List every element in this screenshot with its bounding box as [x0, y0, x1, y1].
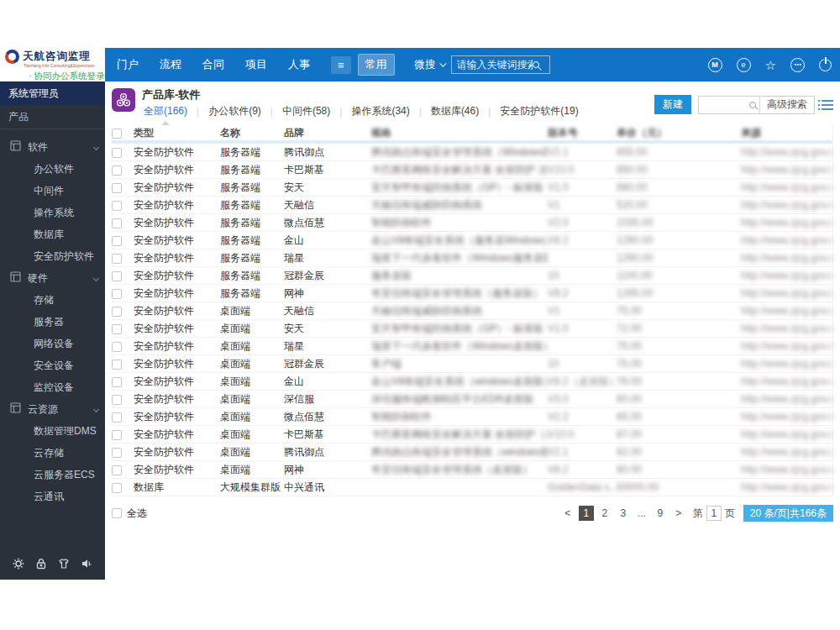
- sound-speaker-icon[interactable]: [80, 557, 93, 570]
- nav-item-流程[interactable]: 流程: [160, 57, 181, 72]
- table-row[interactable]: 安全防护软件服务器端天融信天融信终端威胁防御系统V1520.00http://w…: [112, 197, 832, 214]
- header-checkbox[interactable]: [112, 129, 122, 139]
- table-row[interactable]: 安全防护软件桌面端腾讯御点腾讯御点终端安全管理系统（windows版）V2.1V…: [112, 444, 832, 461]
- table-row[interactable]: 安全防护软件桌面端天融信天融信终端威胁防御系统V175.00http://www…: [112, 302, 832, 320]
- cell-source-link[interactable]: http://www.zjcg.gov.cn/cjgg/: [741, 428, 832, 440]
- row-checkbox[interactable]: [112, 218, 122, 228]
- page-button-3[interactable]: 3: [616, 506, 631, 521]
- nav-item-人事[interactable]: 人事: [288, 57, 310, 72]
- sidebar-item-云存储[interactable]: 云存储: [0, 442, 105, 464]
- settings-gear-icon[interactable]: [12, 557, 25, 570]
- table-row[interactable]: 安全防护软件服务器端网神奇安信终端安全管理系统（服务器版）V8.21295.00…: [112, 285, 832, 302]
- sidebar-group-云资源[interactable]: 云资源: [0, 398, 105, 420]
- cell-source-link[interactable]: http://www.zjcg.gov.cn/cjgg/: [741, 252, 832, 264]
- oa-login-link[interactable]: · 协同办公系统登录: [29, 71, 102, 82]
- tab-办公软件(9)[interactable]: 办公软件(9): [207, 104, 263, 123]
- sidebar-item-监控设备[interactable]: 监控设备: [0, 376, 105, 398]
- search-icon[interactable]: [533, 61, 539, 68]
- select-all-checkbox[interactable]: [112, 508, 122, 518]
- page-button-9[interactable]: 9: [653, 506, 668, 521]
- table-row[interactable]: 安全防护软件服务器端瑞星瑞星下一代杀毒软件（Windows服务器版）1290.0…: [112, 249, 832, 267]
- sidebar-item-云服务器ECS[interactable]: 云服务器ECS: [0, 464, 105, 486]
- row-checkbox[interactable]: [112, 465, 122, 475]
- cell-source-link[interactable]: http://www.zjcg.gov.cn/cjgg/: [741, 358, 832, 370]
- nav-item-合同[interactable]: 合同: [202, 57, 224, 72]
- row-checkbox[interactable]: [112, 254, 122, 264]
- sidebar-item-安全设备[interactable]: 安全设备: [0, 354, 105, 376]
- nav-menu-button[interactable]: ≡: [331, 56, 351, 74]
- cell-source-link[interactable]: http://www.zjcg.gov.cn/cjgg/: [741, 305, 832, 317]
- sidebar-item-网络设备[interactable]: 网络设备: [0, 333, 105, 354]
- advanced-search-button[interactable]: 高级搜索: [759, 96, 814, 113]
- cell-source-link[interactable]: http://www.zjcg.gov.cn/cjgg/: [741, 199, 832, 211]
- tab-中间件(58)[interactable]: 中间件(58): [281, 104, 332, 123]
- row-checkbox[interactable]: [112, 271, 122, 281]
- table-row[interactable]: 数据库大规模集群版中兴通讯GoldenData s...50000.00http…: [112, 479, 832, 496]
- next-page-button[interactable]: >: [671, 506, 686, 521]
- tab-操作系统(34)[interactable]: 操作系统(34): [349, 104, 411, 123]
- table-search-icon[interactable]: [749, 102, 756, 108]
- sidebar-item-数据库[interactable]: 数据库: [0, 223, 105, 245]
- theme-shirt-icon[interactable]: [57, 557, 71, 570]
- table-row[interactable]: 安全防护软件桌面端冠群金辰客户端1075.00http://www.zjcg.g…: [112, 355, 832, 373]
- nav-item-项目[interactable]: 项目: [245, 57, 267, 72]
- nav-item-favorite[interactable]: 常用: [358, 54, 395, 76]
- sidebar-item-云通讯[interactable]: 云通讯: [0, 486, 105, 507]
- cell-source-link[interactable]: http://www.zjcg.gov.cn/cjgg/: [741, 164, 832, 176]
- cell-source-link[interactable]: http://www.zjcg.gov.cn/cjgg/: [741, 375, 832, 387]
- new-button[interactable]: 新建: [654, 95, 691, 114]
- cell-source-link[interactable]: http://www.zjcg.gov.cn/cjgg/: [741, 323, 832, 334]
- power-logout-icon[interactable]: [819, 59, 832, 71]
- tab-全部(166)[interactable]: 全部(166): [142, 104, 189, 123]
- tab-安全防护软件(19)[interactable]: 安全防护软件(19): [498, 104, 580, 123]
- sidebar-item-中间件[interactable]: 中间件: [0, 180, 105, 202]
- table-row[interactable]: 安全防护软件桌面端微点佰慧智能防御软件V2.265.00http://www.z…: [112, 408, 832, 426]
- cell-source-link[interactable]: http://www.zjcg.gov.cn/cjgg/: [741, 146, 832, 158]
- cell-source-link[interactable]: http://www.zjcg.gov.cn/cjgg/: [741, 287, 832, 299]
- cell-source-link[interactable]: http://www.zjcg.gov.cn/cjgg/: [741, 340, 832, 352]
- tab-数据库(46)[interactable]: 数据库(46): [429, 104, 480, 123]
- row-checkbox[interactable]: [112, 360, 122, 370]
- list-view-icon[interactable]: [822, 100, 833, 110]
- more-circle-icon[interactable]: ⋯: [790, 58, 805, 72]
- row-checkbox[interactable]: [112, 201, 122, 211]
- nav-item-门户[interactable]: 门户: [117, 57, 139, 72]
- row-checkbox[interactable]: [112, 236, 122, 246]
- cell-source-link[interactable]: http://www.zjcg.gov.cn/cjgg/: [741, 464, 832, 475]
- cell-source-link[interactable]: http://www.zjcg.gov.cn/cjgg/: [741, 181, 832, 193]
- cell-source-link[interactable]: http://www.zjcg.gov.cn/cjgg/: [741, 411, 832, 423]
- cell-source-link[interactable]: http://www.zjcg.gov.cn/cjgg/: [741, 217, 832, 228]
- cell-source-link[interactable]: http://www.zjcg.gov.cn/cjgg/: [741, 270, 832, 281]
- favorites-star-icon[interactable]: ☆: [765, 59, 776, 71]
- global-search-input[interactable]: [457, 59, 533, 71]
- sidebar-item-办公软件[interactable]: 办公软件: [0, 158, 105, 180]
- row-checkbox[interactable]: [112, 324, 122, 334]
- sidebar-category-product[interactable]: 产品: [0, 105, 105, 129]
- sidebar-group-软件[interactable]: 软件: [0, 136, 105, 158]
- page-button-...[interactable]: ...: [634, 506, 649, 521]
- table-row[interactable]: 安全防护软件服务器端卡巴斯基卡巴斯基网络安全解决方案 全面防护 次年升级版（10…: [112, 161, 832, 179]
- row-checkbox[interactable]: [112, 148, 122, 158]
- row-checkbox[interactable]: [112, 289, 122, 299]
- search-scope-dropdown[interactable]: 微搜: [415, 58, 444, 72]
- message-circle-icon[interactable]: e: [737, 58, 751, 72]
- table-row[interactable]: 安全防护软件桌面端深信服深信服终端检测响应平台EDR桌面版V3.080.00ht…: [112, 391, 832, 408]
- cell-source-link[interactable]: http://www.zjcg.gov.cn/cjgg/: [741, 481, 832, 493]
- table-row[interactable]: 安全防护软件桌面端卡巴斯基卡巴斯基网络安全解决方案 全面防护（桌面）- 10..…: [112, 426, 832, 444]
- cell-source-link[interactable]: http://www.zjcg.gov.cn/cjgg/: [741, 446, 832, 458]
- row-checkbox[interactable]: [112, 183, 122, 193]
- m-circle-icon[interactable]: M: [708, 58, 722, 72]
- row-checkbox[interactable]: [112, 395, 122, 405]
- table-row[interactable]: 安全防护软件服务器端微点佰慧智能防御软件V2.01035.00http://ww…: [112, 214, 832, 232]
- sidebar-item-服务器[interactable]: 服务器: [0, 311, 105, 333]
- sidebar-item-安全防护软件[interactable]: 安全防护软件: [0, 245, 105, 267]
- page-button-1[interactable]: 1: [579, 506, 594, 521]
- table-row[interactable]: 安全防护软件服务器端冠群金辰服务器版101100.00http://www.zj…: [112, 267, 832, 285]
- sidebar-group-硬件[interactable]: 硬件: [0, 267, 105, 289]
- row-checkbox[interactable]: [112, 377, 122, 387]
- cell-source-link[interactable]: http://www.zjcg.gov.cn/cjgg/: [741, 393, 832, 405]
- sidebar-item-存储[interactable]: 存储: [0, 289, 105, 311]
- row-checkbox[interactable]: [112, 430, 122, 440]
- table-row[interactable]: 安全防护软件服务器端安天安天智甲终端防御系统（GP）- 标准版V1.0880.0…: [112, 179, 832, 197]
- table-row[interactable]: 安全防护软件桌面端金山金山V8终端安全系统（windows桌面版）V8.2（桌面…: [112, 373, 832, 391]
